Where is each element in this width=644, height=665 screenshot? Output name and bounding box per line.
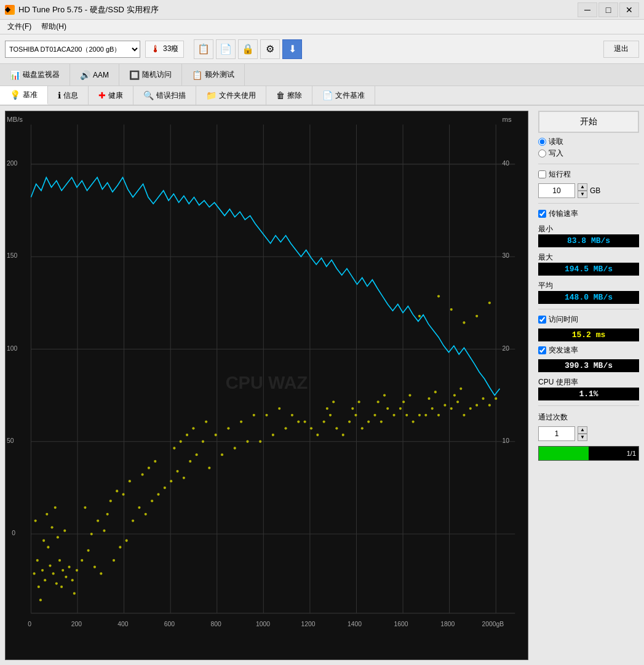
svg-point-45 [39,599,42,601]
svg-point-62 [34,519,37,522]
svg-point-92 [183,477,185,479]
menu-help[interactable]: 帮助(H) [36,20,71,33]
spin-up[interactable]: ▲ [578,183,587,191]
passes-spin-down[interactable]: ▼ [578,434,587,441]
svg-point-74 [113,559,115,562]
svg-point-151 [463,414,465,416]
svg-point-113 [265,414,268,416]
tab-health[interactable]: ✚ 健康 [89,86,133,105]
svg-point-50 [58,559,61,562]
access-time-checkbox[interactable]: 访问时间 [538,314,639,325]
short-stroke-checkbox[interactable]: 短行程 [538,169,639,180]
svg-point-137 [399,407,402,410]
window-title: HD Tune Pro 5.75 - 硬盘/SSD 实用程序 [18,4,159,15]
progress-bar-fill [539,447,589,460]
title-bar: ◆ HD Tune Pro 5.75 - 硬盘/SSD 实用程序 ─ □ ✕ [0,0,644,20]
svg-point-160 [463,321,465,324]
svg-text:10: 10 [503,437,510,444]
svg-point-117 [310,427,312,429]
tab-info[interactable]: ℹ 信息 [48,86,89,105]
tab-disk-monitor[interactable]: 📊 磁盘监视器 [0,64,70,86]
benchmark-chart: MB/s 200 150 100 50 0 ms 40 30 20 10 0 2… [6,111,528,659]
cpu-value: 1.1% [538,388,639,400]
toolbar-icon-download[interactable]: ⬇ [282,39,302,59]
svg-point-73 [84,506,86,509]
maximize-button[interactable]: □ [598,2,618,17]
menu-file[interactable]: 文件(F) [2,20,36,33]
avg-value: 148.0 MB/s [538,291,639,304]
start-button[interactable]: 开始 [538,111,639,133]
tab-error-scan[interactable]: 🔍 错误扫描 [133,86,196,105]
svg-point-104 [227,427,229,429]
tab-extra-test[interactable]: 📋 额外测试 [182,64,245,86]
write-radio-input[interactable] [538,149,546,157]
close-button[interactable]: ✕ [619,2,639,17]
main-content: MB/s 200 150 100 50 0 ms 40 30 20 10 0 2… [0,106,644,665]
toolbar-icon-1[interactable]: 📋 [194,39,213,59]
svg-point-118 [316,434,319,436]
svg-point-72 [106,513,109,516]
minimize-button[interactable]: ─ [578,2,597,17]
short-stroke-input[interactable] [538,170,546,178]
svg-point-153 [453,394,456,396]
svg-point-65 [81,559,83,562]
svg-point-158 [495,397,497,400]
read-radio-input[interactable] [538,138,546,146]
passes-input[interactable] [538,426,575,441]
svg-point-97 [186,434,188,436]
passes-spin-up[interactable]: ▲ [578,426,587,434]
spinbox-input[interactable] [538,183,575,198]
exit-button[interactable]: 退出 [603,41,639,58]
toolbar: TOSHIBA DT01ACA200（2000 gB） 🌡 33癈 📋 📄 🔒 … [0,34,644,64]
tab-aam[interactable]: 🔊 AAM [70,64,119,86]
tab-file-benchmark[interactable]: 📄 文件基准 [312,86,375,105]
tab-random-access[interactable]: 🔲 随机访问 [119,64,182,86]
transfer-rate-input[interactable] [538,210,546,218]
tab-folder-usage[interactable]: 📁 文件夹使用 [196,86,266,105]
aam-icon: 🔊 [80,70,90,80]
info-icon: ℹ [58,90,61,100]
svg-point-98 [192,427,194,429]
min-stat: 最小 83.8 MB/s [538,223,639,247]
burst-rate-checkbox[interactable]: 突发速率 [538,345,639,356]
svg-point-79 [122,493,124,495]
svg-text:200: 200 [71,620,82,627]
svg-text:1800: 1800 [440,620,455,627]
random-access-icon: 🔲 [129,70,140,80]
svg-text:30: 30 [503,252,510,259]
disk-dropdown[interactable]: TOSHIBA DT01ACA200（2000 gB） [5,41,140,58]
disk-selector[interactable]: TOSHIBA DT01ACA200（2000 gB） [5,41,140,58]
cpu-stat: CPU 使用率 1.1% [538,376,639,400]
svg-point-157 [488,404,491,407]
read-radio[interactable]: 读取 [538,137,639,147]
min-value: 83.8 MB/s [538,234,639,247]
svg-point-150 [456,400,459,403]
toolbar-icon-4[interactable]: ⚙ [260,39,280,59]
transfer-rate-checkbox[interactable]: 传输速率 [538,209,639,219]
svg-point-125 [348,420,351,423]
burst-rate-input[interactable] [538,346,546,354]
svg-point-148 [434,391,437,393]
write-radio[interactable]: 写入 [538,148,639,159]
tab-benchmark[interactable]: 💡 基准 [0,86,48,105]
temperature-display: 🌡 33癈 [145,41,184,58]
svg-point-59 [51,526,54,528]
tab-erase[interactable]: 🗑 擦除 [266,86,312,105]
gb-unit: GB [590,186,600,195]
transfer-rate-label: 传输速率 [549,209,578,219]
access-time-input[interactable] [538,316,546,324]
tab-benchmark-label: 基准 [23,90,38,100]
tab-extra-test-label: 额外测试 [205,70,234,80]
svg-point-66 [87,549,90,552]
toolbar-icon-3[interactable]: 🔒 [238,39,258,59]
svg-point-159 [450,308,453,311]
svg-point-110 [272,434,274,436]
tabs-row2: 💡 基准 ℹ 信息 ✚ 健康 🔍 错误扫描 📁 文件夹使用 🗑 擦除 📄 文件基… [0,86,644,106]
svg-point-96 [180,440,182,443]
passes-row: ▲ ▼ [538,426,639,441]
divider-3 [538,309,639,309]
toolbar-icon-2[interactable]: 📄 [216,39,236,59]
svg-point-135 [377,400,380,403]
svg-point-127 [361,427,364,429]
spin-down[interactable]: ▼ [578,191,587,198]
